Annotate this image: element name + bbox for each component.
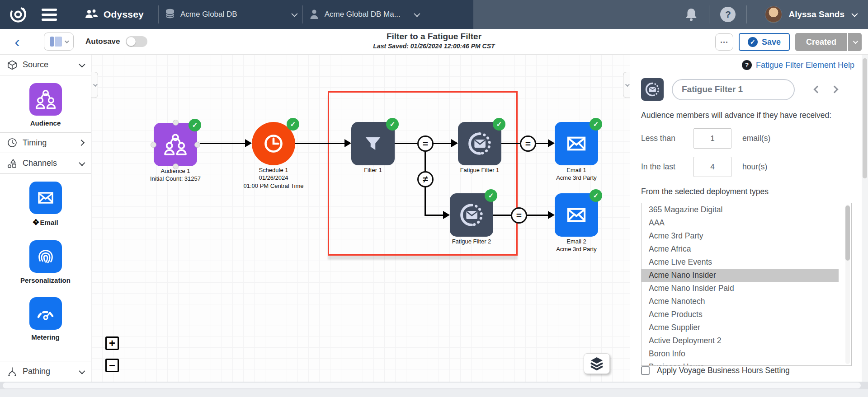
- more-options-button[interactable]: ...: [715, 33, 733, 51]
- audience-people-icon: [162, 132, 189, 157]
- campaign-selector[interactable]: Acme Global DB Ma...: [309, 9, 419, 20]
- user-avatar[interactable]: [765, 6, 782, 23]
- list-item[interactable]: AAA: [642, 216, 851, 229]
- palette-item-email[interactable]: ✥Email: [0, 174, 91, 233]
- chevron-left-icon[interactable]: [814, 86, 821, 93]
- connector-line: [433, 143, 452, 144]
- database-selector[interactable]: Acme Global DB: [165, 9, 296, 20]
- node-email-1[interactable]: ✓ Email 1 Acme 3rd Party: [555, 122, 598, 165]
- list-item-clipped[interactable]: Business Hours: [642, 360, 851, 366]
- list-item[interactable]: 365 Magazine Digital: [642, 203, 851, 216]
- notifications-bell-icon[interactable]: [684, 7, 698, 22]
- panel-scrollbar-thumb[interactable]: [863, 58, 867, 178]
- node-email-2[interactable]: ✓ Email 2 Acme 3rd Party: [555, 193, 598, 237]
- palette-item-label: Audience: [30, 119, 61, 127]
- chevron-down-icon: [414, 11, 420, 17]
- not-equal-connector[interactable]: ≠: [417, 171, 434, 187]
- save-button[interactable]: ✓ Save: [739, 33, 790, 51]
- connection-handle[interactable]: [194, 142, 200, 148]
- autosave-toggle[interactable]: [126, 36, 147, 47]
- toolbar-divider: [31, 29, 31, 54]
- node-audience-1[interactable]: ✓ Audience 1 Initial Count: 31257: [154, 123, 197, 166]
- equal-connector[interactable]: =: [511, 207, 527, 224]
- cube-icon: [7, 60, 17, 70]
- equal-glyph: =: [423, 138, 428, 149]
- list-item-selected[interactable]: Acme Nano Insider: [642, 269, 839, 282]
- palette-item-audience[interactable]: Audience: [0, 75, 91, 132]
- node-fatigue-filter-1[interactable]: ✓ Fatigue Filter 1: [458, 122, 501, 165]
- back-button[interactable]: ‹: [4, 33, 31, 51]
- node-label: Email 1 Acme 3rd Party: [531, 166, 622, 182]
- list-scrollbar-thumb[interactable]: [845, 206, 850, 261]
- equal-connector[interactable]: =: [417, 135, 434, 152]
- status-dropdown-button[interactable]: [847, 33, 862, 51]
- personalization-tile: [29, 240, 62, 273]
- palette-item-personalization[interactable]: Personalization: [0, 233, 91, 290]
- footer-strip: [0, 389, 868, 397]
- connection-handle[interactable]: [151, 142, 156, 148]
- palette-item-metering[interactable]: Metering: [0, 290, 91, 346]
- acoustic-logo-icon[interactable]: [8, 5, 28, 24]
- sidebar-section-timing[interactable]: Timing: [0, 132, 91, 153]
- fatigue-filter-icon: [466, 130, 494, 158]
- status-badge[interactable]: Created: [795, 33, 847, 51]
- node-subtitle: 01:00 PM Central Time: [228, 182, 319, 190]
- fingerprint-icon: [35, 246, 56, 267]
- chevron-right-icon[interactable]: [831, 86, 839, 93]
- sidebar-section-channels[interactable]: Channels: [0, 153, 91, 174]
- check-circle-icon: ✓: [748, 37, 758, 47]
- element-name-input[interactable]: [672, 79, 795, 100]
- business-hours-checkbox[interactable]: [641, 366, 650, 375]
- list-item[interactable]: Active Deployment 2: [642, 334, 851, 347]
- list-item[interactable]: Acme Nano Insider Paid: [642, 282, 851, 295]
- list-item[interactable]: Acme Nanotech: [642, 295, 851, 308]
- layers-button[interactable]: [584, 353, 610, 374]
- layout-toggle-button[interactable]: [44, 33, 74, 51]
- list-item[interactable]: Boron Info: [642, 347, 851, 360]
- journey-canvas[interactable]: = ≠ = = ✓ Audience 1 Initial Count: 3125…: [91, 55, 630, 382]
- email-count-input[interactable]: [693, 128, 731, 149]
- zoom-in-button[interactable]: +: [105, 336, 119, 350]
- chevron-right-icon: [625, 82, 629, 87]
- valid-check-badge: ✓: [590, 189, 602, 202]
- help-icon[interactable]: ?: [720, 7, 736, 22]
- hamburger-menu-icon[interactable]: [42, 9, 57, 21]
- list-scrollbar-track: [845, 205, 850, 364]
- sidebar-collapse-handle[interactable]: [91, 72, 98, 98]
- list-item[interactable]: Acme Live Events: [642, 256, 851, 269]
- node-title: Fatigue Filter 1: [434, 166, 525, 174]
- horizontal-scrollbar-track: [0, 382, 868, 389]
- node-label: Fatigue Filter 1: [434, 166, 525, 174]
- email-envelope-icon: [35, 187, 57, 209]
- nav-app-odyssey[interactable]: Odyssey: [85, 9, 144, 20]
- sidebar-section-pathing[interactable]: Pathing: [0, 361, 91, 382]
- node-title: Audience 1: [130, 167, 221, 175]
- node-fatigue-filter-2[interactable]: ✓ Fatigue Filter 2: [450, 193, 493, 237]
- horizontal-scrollbar-thumb[interactable]: [3, 383, 861, 388]
- zoom-out-button[interactable]: −: [105, 359, 119, 372]
- node-filter-1[interactable]: ✓ Filter 1: [351, 122, 395, 165]
- chevron-down-icon: [853, 39, 858, 44]
- connector-arrow: [344, 139, 351, 147]
- list-item[interactable]: Acme Supplier: [642, 321, 851, 334]
- element-help-link[interactable]: Fatigue Filter Element Help: [756, 61, 854, 70]
- hour-unit-label: hour(s): [742, 162, 767, 172]
- list-item[interactable]: Acme Products: [642, 308, 851, 321]
- valid-check-badge: ✓: [590, 118, 602, 131]
- panel-collapse-handle[interactable]: [623, 72, 630, 98]
- deployment-types-listbox[interactable]: 365 Magazine Digital AAA Acme 3rd Party …: [641, 203, 852, 366]
- list-item[interactable]: Acme Africa: [642, 243, 851, 256]
- equal-glyph: =: [525, 138, 531, 149]
- node-schedule-1[interactable]: ✓ Schedule 1 01/26/2024 01:00 PM Central…: [252, 122, 295, 165]
- connection-handle[interactable]: [173, 120, 179, 126]
- chevron-down-icon: [79, 159, 85, 166]
- fatigue-filter-icon: [644, 81, 661, 98]
- palette-item-label: Metering: [31, 333, 60, 341]
- nav-divider: [746, 5, 747, 23]
- navbar-left: Odyssey Acme Global DB Acme Global DB Ma…: [0, 0, 473, 29]
- sidebar-section-source[interactable]: Source: [0, 55, 91, 75]
- user-menu-chevron-icon[interactable]: [851, 11, 858, 17]
- hours-input[interactable]: [693, 157, 731, 177]
- equal-connector[interactable]: =: [520, 135, 536, 152]
- list-item[interactable]: Acme 3rd Party: [642, 229, 851, 243]
